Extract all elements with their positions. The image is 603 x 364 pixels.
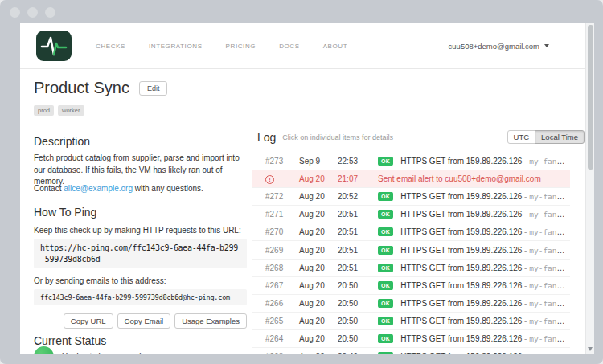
timezone-toggle: UTC Local Time — [507, 130, 585, 144]
separator: - — [522, 210, 529, 219]
alert-icon-cell: ! — [265, 174, 299, 184]
log-row[interactable]: #270Aug 2020:51OKHTTPS GET from 159.89.2… — [252, 223, 570, 241]
log-row-time: 22:53 — [338, 157, 378, 166]
ping-detail: HTTPS GET from 159.89.226.126 — [400, 210, 522, 219]
log-row-time: 20:50 — [338, 281, 378, 290]
copy-email-button[interactable]: Copy Email — [117, 313, 171, 329]
log-row[interactable]: #265Aug 2020:50OKHTTPS GET from 159.89.2… — [252, 313, 570, 330]
log-row-date: Aug 20 — [299, 264, 338, 272]
log-row[interactable]: #273Sep 922:53OKHTTPS GET from 159.89.22… — [252, 153, 570, 170]
nav-links: CHECKS INTEGRATIONS PRICING DOCS ABOUT — [96, 43, 347, 50]
main-area: Product Sync Edit prod worker Descriptio… — [20, 69, 585, 354]
log-row-id: #272 — [265, 192, 299, 201]
log-row[interactable]: #269Aug 2020:51OKHTTPS GET from 159.89.2… — [252, 241, 570, 259]
healthchecks-logo-icon[interactable] — [36, 31, 72, 61]
log-row-time: 20:50 — [338, 334, 378, 343]
ping-name: my-fancy-sy… — [529, 334, 570, 343]
ok-badge: OK — [378, 334, 393, 343]
window-titlebar — [0, 0, 603, 23]
app-window: CHECKS INTEGRATIONS PRICING DOCS ABOUT c… — [0, 0, 603, 364]
scrollbar-thumb[interactable] — [588, 25, 593, 170]
log-row-date: Aug 20 — [299, 281, 338, 290]
description-text: Fetch product catalog from supplier, par… — [34, 153, 247, 188]
log-row-time: 20:51 — [338, 210, 378, 219]
ping-name: my-fancy-sy… — [529, 264, 570, 272]
log-row[interactable]: #266Aug 2020:50OKHTTPS GET from 159.89.2… — [252, 295, 570, 313]
log-row-alert[interactable]: !Aug 2021:07Sent email alert to cuu508+d… — [252, 170, 570, 188]
ping-email-label: Or by sending emails to this address: — [34, 276, 247, 285]
window-control-dot[interactable] — [10, 7, 20, 18]
log-row[interactable]: #268Aug 2020:51OKHTTPS GET from 159.89.2… — [252, 260, 570, 277]
log-row-message: HTTPS GET from 159.89.226.126 - my-fancy… — [400, 157, 570, 166]
log-row-time: 20:50 — [338, 299, 378, 308]
nav-item-checks[interactable]: CHECKS — [96, 43, 125, 50]
window-control-dot[interactable] — [27, 7, 38, 18]
log-row[interactable]: #263Aug 2020:49OKHTTPS GET from 159.89.2… — [252, 348, 570, 354]
check-details-column: Product Sync Edit prod worker Descriptio… — [34, 69, 247, 354]
log-row-message: HTTPS GET from 159.89.226.126 - my-fancy… — [400, 317, 570, 325]
ping-detail: HTTPS GET from 159.89.226.126 — [400, 227, 522, 236]
separator: - — [522, 299, 529, 308]
account-email: cuu508+demo@gmail.com — [449, 42, 539, 51]
window-control-dot[interactable] — [45, 7, 55, 18]
nav-item-pricing[interactable]: PRICING — [226, 43, 256, 50]
contact-email-link[interactable]: alice@example.org — [64, 184, 133, 193]
log-row-date: Aug 20 — [299, 192, 338, 201]
copy-url-button[interactable]: Copy URL — [64, 313, 113, 329]
contact-suffix: with any questions. — [133, 184, 203, 193]
status-row: Up. Last ping was an hour ago. — [34, 346, 247, 354]
log-row-time: 20:51 — [338, 264, 378, 272]
ping-actions: Copy URL Copy Email Usage Examples — [34, 313, 247, 329]
usage-examples-button[interactable]: Usage Examples — [174, 313, 247, 329]
edit-button[interactable]: Edit — [139, 81, 168, 96]
ping-name: my-fancy-sy… — [529, 157, 570, 166]
pulse-icon — [40, 35, 68, 57]
ping-name: my-fancy-sy… — [529, 192, 570, 201]
log-header: Log Click on individual items for detail… — [257, 130, 585, 144]
nav-item-integrations[interactable]: INTEGRATIONS — [149, 43, 203, 50]
log-row-message: HTTPS GET from 159.89.226.126 - my-fancy… — [400, 227, 570, 236]
log-row-message: HTTPS GET from 159.89.226.126 - my-fancy… — [400, 299, 570, 308]
ok-badge: OK — [378, 246, 393, 255]
ping-name: my-fancy-sy… — [529, 281, 570, 290]
nav-item-about[interactable]: ABOUT — [323, 43, 348, 50]
ok-badge: OK — [378, 192, 393, 201]
log-row[interactable]: #271Aug 2020:51OKHTTPS GET from 159.89.2… — [252, 206, 570, 223]
scrollbar-down-arrow-icon[interactable] — [588, 347, 593, 351]
ok-badge: OK — [378, 352, 393, 354]
tags-row: prod worker — [34, 105, 247, 116]
ok-badge: OK — [378, 317, 393, 325]
ok-badge: OK — [378, 227, 393, 236]
status-up-icon — [34, 346, 54, 354]
log-row-message: HTTPS GET from 159.89.226.126 - my-fancy… — [400, 334, 570, 343]
how-to-ping-heading: How To Ping — [34, 206, 247, 219]
ping-name: my-fancy-sy… — [529, 317, 570, 325]
ping-url-label: Keep this check up by making HTTP reques… — [34, 226, 247, 235]
status-text: Up. Last ping was an hour ago. — [62, 352, 173, 354]
log-row[interactable]: #264Aug 2020:50OKHTTPS GET from 159.89.2… — [252, 330, 570, 348]
log-row-id: #264 — [265, 334, 299, 343]
log-row-id: #265 — [265, 317, 299, 325]
ping-email-code: ffc143c9-6aea-44fa-b299-599739d8cb6d@hc-… — [34, 289, 247, 305]
log-row-id: #270 — [265, 227, 299, 236]
nav-item-docs[interactable]: DOCS — [279, 43, 300, 50]
log-row[interactable]: #267Aug 2020:50OKHTTPS GET from 159.89.2… — [252, 277, 570, 295]
ok-badge: OK — [378, 157, 393, 166]
log-hint: Click on individual items for details — [282, 133, 393, 141]
ping-detail: HTTPS GET from 159.89.226.126 — [400, 299, 522, 308]
separator: - — [522, 157, 529, 166]
ping-name: my-fancy-sy… — [529, 246, 570, 255]
log-row-message: HTTPS GET from 159.89.226.126 - my-fancy… — [400, 192, 570, 201]
scrollbar-track[interactable] — [585, 23, 594, 354]
contact-prefix: Contact — [34, 184, 64, 193]
log-row-time: 20:51 — [338, 246, 378, 255]
log-row-time: 20:49 — [338, 352, 378, 354]
log-row[interactable]: #272Aug 2020:52OKHTTPS GET from 159.89.2… — [252, 188, 570, 206]
account-menu[interactable]: cuu508+demo@gmail.com — [449, 42, 549, 51]
local-time-button[interactable]: Local Time — [535, 130, 585, 144]
log-row-date: Aug 20 — [299, 174, 338, 183]
log-row-date: Aug 20 — [299, 334, 338, 343]
log-row-message: HTTPS GET from 159.89.226.126 - my-fancy… — [400, 210, 570, 219]
utc-button[interactable]: UTC — [507, 130, 536, 144]
tag-prod: prod — [34, 105, 54, 116]
